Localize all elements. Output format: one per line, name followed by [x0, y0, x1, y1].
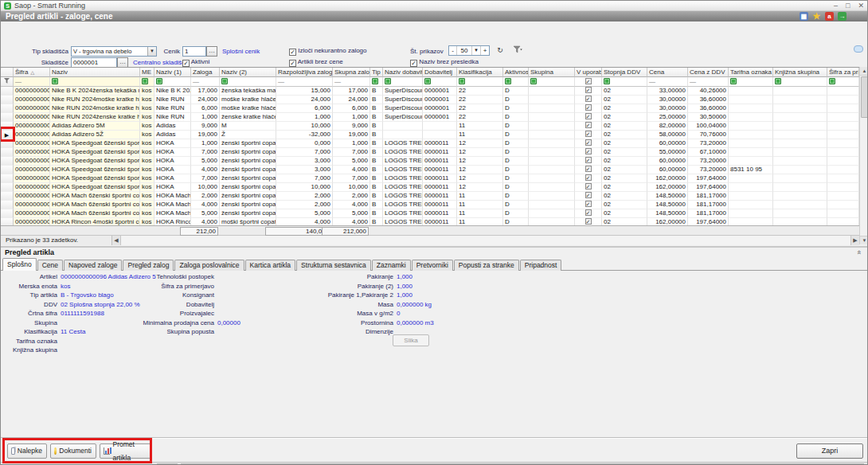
- artikli-brez-cene-checkbox[interactable]: ✓: [289, 60, 296, 67]
- filter-cell-4[interactable]: —: [191, 77, 220, 87]
- tab-popusti-za-stranke[interactable]: Popusti za stranke: [454, 260, 519, 271]
- table-row[interactable]: 0000000000204HOKA Speedgoat 6ženski špor…: [1, 157, 859, 166]
- column-header-15[interactable]: Stopnja DDV: [602, 68, 647, 77]
- column-filter-icon[interactable]: [775, 78, 781, 84]
- pdf-help-icon[interactable]: a: [825, 12, 834, 21]
- collapse-panel-icon[interactable]: «: [854, 250, 862, 254]
- dokumenti-button[interactable]: Dokumenti: [50, 444, 96, 459]
- filter-cell-0[interactable]: —: [14, 77, 50, 87]
- refresh-icon[interactable]: ↻: [495, 45, 506, 56]
- tab-zaznamki[interactable]: Zaznamki: [372, 260, 411, 271]
- skladisce-link[interactable]: Centralno skladišče: [133, 59, 189, 66]
- table-row[interactable]: 0000000000212HOKA Rincon 4moški športni …: [1, 218, 859, 225]
- filter-cell-18[interactable]: [729, 77, 773, 87]
- column-header-19[interactable]: Knjižna skupina: [773, 68, 827, 77]
- minimize-button[interactable]: –: [834, 2, 838, 10]
- filter-cell-2[interactable]: [140, 77, 154, 87]
- column-header-4[interactable]: Zaloga: [191, 68, 220, 77]
- column-filter-icon[interactable]: [829, 78, 835, 84]
- filter-cell-15[interactable]: [602, 77, 647, 87]
- vertical-scrollbar[interactable]: ▲ ▼: [859, 67, 868, 244]
- tab-pripadnost[interactable]: Pripadnost: [520, 260, 562, 271]
- filter-cell-8[interactable]: [370, 77, 383, 87]
- column-header-1[interactable]: Naziv: [50, 68, 140, 77]
- column-header-7[interactable]: Skupna zaloga: [333, 68, 370, 77]
- aktivni-checkbox-row[interactable]: ✓ Aktivni: [182, 58, 209, 67]
- filter-funnel-icon[interactable]: [512, 45, 523, 56]
- filter-row-funnel-icon[interactable]: [1, 77, 14, 87]
- table-row[interactable]: 0000000000207HOKA Speedgoat 6ženski špor…: [1, 174, 859, 183]
- zapri-button[interactable]: Zapri: [796, 444, 863, 459]
- scroll-up-icon[interactable]: ▲: [860, 67, 868, 76]
- filter-cell-9[interactable]: [383, 77, 423, 87]
- tab-kartica-artikla[interactable]: Kartica artikla: [245, 260, 296, 271]
- filter-cell-12[interactable]: [503, 77, 529, 87]
- favorites-star-icon[interactable]: ★: [812, 12, 821, 21]
- cenik-lookup-button[interactable]: …: [206, 46, 217, 57]
- cenik-input[interactable]: 1: [182, 46, 206, 57]
- filter-cell-3[interactable]: [154, 77, 191, 87]
- izloci-checkbox-row[interactable]: ✓ Izloči nekurantno zalogo: [289, 47, 367, 56]
- promet-artikla-button[interactable]: Promet artikla: [100, 444, 152, 459]
- filter-cell-7[interactable]: —: [333, 77, 370, 87]
- column-header-5[interactable]: Naziv (2): [220, 68, 276, 77]
- minus-button[interactable]: -: [449, 46, 457, 55]
- filter-checkbox[interactable]: ✓: [585, 78, 592, 84]
- maximize-button[interactable]: □: [846, 2, 850, 10]
- table-row[interactable]: 0000000000010Nike B K 2024ženska tekaška…: [1, 87, 859, 96]
- scrollbar-thumb[interactable]: [861, 76, 868, 118]
- filter-cell-17[interactable]: —: [688, 77, 729, 87]
- column-filter-icon[interactable]: [221, 78, 228, 84]
- column-filter-icon[interactable]: [604, 78, 610, 84]
- cenik-link[interactable]: Splošni cenik: [222, 48, 260, 55]
- close-button[interactable]: ✕: [858, 2, 864, 10]
- column-header-11[interactable]: Klasifikacija: [457, 68, 503, 77]
- table-row[interactable]: 0000000000209HOKA Mach 6ženski športni c…: [1, 192, 859, 201]
- artikli-brez-cene-checkbox-row[interactable]: ✓ Artikli brez cene: [289, 58, 343, 67]
- column-filter-icon[interactable]: [530, 78, 537, 84]
- column-filter-icon[interactable]: [156, 78, 162, 84]
- scroll-right-icon[interactable]: ▶: [850, 236, 859, 245]
- filter-cell-14[interactable]: ✓: [575, 77, 602, 87]
- column-filter-icon[interactable]: [505, 78, 511, 84]
- izloci-checkbox[interactable]: ✓: [289, 49, 296, 56]
- tab-pretvorniki[interactable]: Pretvorniki: [412, 260, 453, 271]
- exit-icon[interactable]: →: [838, 12, 846, 21]
- aktivni-checkbox[interactable]: ✓: [182, 60, 190, 67]
- table-row[interactable]: 0000000000046Nike RUN 2024moške kratke h…: [1, 96, 859, 104]
- nalepke-button[interactable]: Nalepke: [7, 444, 47, 459]
- tab-strukturna-sestavnica[interactable]: Strukturna sestavnica: [296, 260, 371, 271]
- table-row[interactable]: 0000000000211HOKA Mach 6ženski športni c…: [1, 209, 859, 218]
- tab-pregled-zalog[interactable]: Pregled zalog: [123, 260, 174, 271]
- column-header-12[interactable]: Aktivnost: [503, 68, 529, 77]
- column-filter-icon[interactable]: [424, 78, 431, 84]
- column-header-2[interactable]: ME: [140, 68, 154, 77]
- filter-cell-16[interactable]: —: [647, 77, 688, 87]
- column-header-18[interactable]: Tarifna oznaka: [729, 68, 773, 77]
- column-header-17[interactable]: Cena z DDV: [688, 68, 729, 77]
- horizontal-scrollbar[interactable]: [121, 236, 850, 245]
- table-row[interactable]: ▶0000000000096Adidas Adizero 5ŽkosAdidas…: [1, 131, 859, 139]
- tab-napoved-zaloge[interactable]: Napoved zaloge: [64, 260, 122, 271]
- filter-cell-10[interactable]: [423, 77, 457, 87]
- column-filter-icon[interactable]: [385, 78, 391, 84]
- slika-button[interactable]: Slika: [393, 334, 429, 346]
- filter-cell-20[interactable]: [827, 77, 859, 87]
- scroll-down-icon[interactable]: ▼: [860, 236, 868, 244]
- table-row[interactable]: 0000000000203HOKA Speedgoat 6ženski špor…: [1, 148, 859, 157]
- st-prikazov-stepper[interactable]: - 50 ▼ +: [448, 45, 490, 56]
- table-row[interactable]: 0000000000210HOKA Mach 6ženski športni c…: [1, 201, 859, 209]
- column-header-8[interactable]: Tip: [370, 68, 383, 77]
- column-header-3[interactable]: Naziv (1): [154, 68, 191, 77]
- naziv-brez-presledka-checkbox[interactable]: ✓: [410, 60, 417, 67]
- filter-cell-1[interactable]: [50, 77, 140, 87]
- filter-cell-11[interactable]: [457, 77, 503, 87]
- column-header-0[interactable]: Šifra△: [14, 68, 50, 77]
- filter-cell-13[interactable]: [529, 77, 575, 87]
- column-header-9[interactable]: Naziv dobavitelja: [383, 68, 423, 77]
- filter-cell-5[interactable]: [220, 77, 276, 87]
- column-filter-icon[interactable]: [730, 78, 737, 84]
- column-header-16[interactable]: Cena: [647, 68, 688, 77]
- plus-button[interactable]: +: [480, 46, 489, 55]
- column-header-20[interactable]: Šifra za prir: [827, 68, 859, 77]
